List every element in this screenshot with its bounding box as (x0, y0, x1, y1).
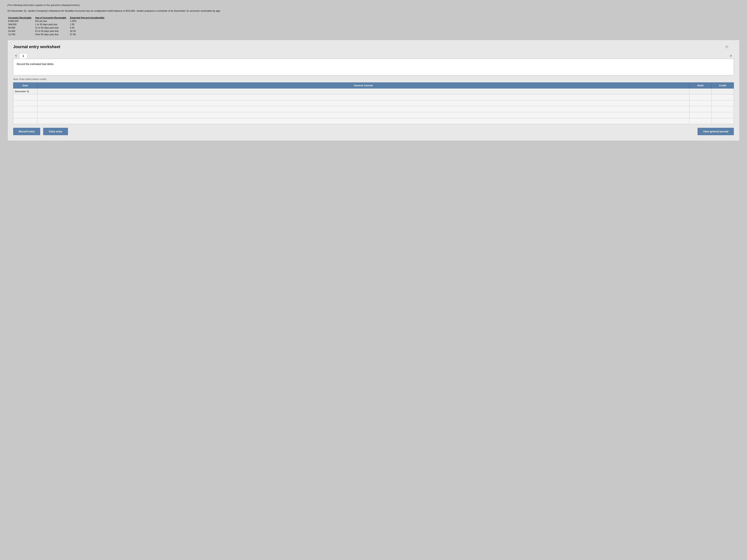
accounts-table-row: 34,400 61 to 90 days past due 32.50 (7, 29, 107, 33)
col3-header: Expected Percent Uncollectible (69, 16, 107, 20)
journal-description-cell[interactable] (37, 106, 689, 112)
journal-credit-cell[interactable] (712, 95, 734, 100)
journal-debit-cell[interactable] (689, 88, 712, 95)
accounts-percent: 1.20% (69, 20, 107, 23)
note-text: Note: Enter debits before credits. (13, 78, 734, 81)
journal-date-cell[interactable] (14, 106, 37, 112)
accounts-percent: 1.95 (69, 23, 107, 26)
journal-date-cell[interactable] (14, 100, 37, 106)
journal-description-input[interactable] (37, 88, 689, 94)
journal-debit-input[interactable] (689, 88, 712, 94)
journal-credit-cell[interactable] (712, 106, 734, 112)
accounts-age: 1 to 30 days past due (34, 23, 69, 26)
journal-date-cell[interactable] (14, 112, 37, 118)
accounts-percent: 32.50 (69, 29, 107, 33)
tab-left-arrow[interactable]: < (13, 53, 19, 59)
journal-debit-input[interactable] (689, 100, 712, 106)
tab-right-arrow[interactable]: > (728, 53, 734, 59)
accounts-table-row: 68,800 31 to 60 days past due 6.45 (7, 26, 107, 29)
journal-credit-input[interactable] (712, 112, 733, 118)
move-icon: ⊹ (725, 45, 728, 49)
journal-description-cell[interactable] (37, 100, 689, 106)
accounts-amount: 348,000 (7, 23, 34, 26)
journal-debit-cell[interactable] (689, 95, 712, 100)
journal-table: Date General Journal Debit Credit Decemb… (13, 82, 734, 124)
journal-credit-cell[interactable] (712, 88, 734, 95)
journal-description-input[interactable] (37, 112, 689, 118)
journal-date-input[interactable] (15, 107, 36, 111)
view-general-journal-button[interactable]: View general journal (698, 128, 734, 135)
journal-credit-cell[interactable] (712, 100, 734, 106)
accounts-table-row: $ 860,000 Not yet due 1.20% (7, 20, 107, 23)
accounts-amount: $ 860,000 (7, 20, 34, 23)
accounts-receivable-table: Accounts Receivable Age of Accounts Rece… (7, 16, 107, 36)
accounts-amount: 68,800 (7, 26, 34, 29)
accounts-amount: 34,400 (7, 29, 34, 33)
debit-header: Debit (689, 83, 712, 88)
journal-date-input[interactable] (15, 101, 36, 105)
journal-debit-input[interactable] (689, 95, 712, 100)
journal-table-row (14, 112, 734, 118)
col2-header: Age of Accounts Receivable (34, 16, 69, 20)
journal-description-cell[interactable] (37, 88, 689, 95)
record-entry-button[interactable]: Record entry (13, 128, 40, 135)
journal-description-cell[interactable] (37, 118, 689, 124)
journal-credit-cell[interactable] (712, 112, 734, 118)
journal-table-row (14, 100, 734, 106)
button-row: Record entry Clear entry View general jo… (13, 128, 734, 135)
description-text: On December 31, Jarden Company's Allowan… (7, 9, 740, 13)
journal-debit-cell[interactable] (689, 106, 712, 112)
credit-header: Credit (712, 83, 734, 88)
journal-description-cell[interactable] (37, 112, 689, 118)
worksheet-container: Journal entry worksheet < 1 > Record the… (7, 40, 740, 141)
date-header: Date (14, 83, 37, 88)
journal-debit-cell[interactable] (689, 112, 712, 118)
accounts-percent: 6.45 (69, 26, 107, 29)
accounts-percent: 67.00 (69, 33, 107, 36)
journal-table-row (14, 106, 734, 112)
accounts-table-row: 348,000 1 to 30 days past due 1.95 (7, 23, 107, 26)
accounts-age: Not yet due (34, 20, 69, 23)
journal-debit-input[interactable] (689, 106, 712, 112)
journal-debit-cell[interactable] (689, 118, 712, 124)
journal-credit-input[interactable] (712, 106, 733, 112)
journal-description-input[interactable] (37, 106, 689, 112)
journal-table-row (14, 118, 734, 124)
journal-credit-cell[interactable] (712, 118, 734, 124)
journal-date-cell[interactable] (14, 118, 37, 124)
journal-description-cell[interactable] (37, 95, 689, 100)
journal-credit-input[interactable] (712, 95, 733, 100)
instruction-text: Record the estimated bad debts. (17, 62, 730, 65)
journal-date-input[interactable] (15, 95, 36, 100)
accounts-age: 31 to 60 days past due (34, 26, 69, 29)
accounts-table-wrapper: Accounts Receivable Age of Accounts Rece… (7, 16, 740, 36)
accounts-age: Over 90 days past due (34, 33, 69, 36)
journal-date-input[interactable] (15, 119, 36, 123)
journal-credit-input[interactable] (712, 88, 733, 94)
journal-credit-input[interactable] (712, 118, 733, 124)
clear-entry-button[interactable]: Clear entry (43, 128, 68, 135)
accounts-amount: 13,760 (7, 33, 34, 36)
instruction-box: Record the estimated bad debts. (13, 59, 734, 75)
journal-credit-input[interactable] (712, 100, 733, 106)
journal-description-input[interactable] (37, 95, 689, 100)
journal-date-input[interactable] (15, 113, 36, 117)
tab-1[interactable]: 1 (19, 53, 28, 58)
accounts-age: 61 to 90 days past due (34, 29, 69, 33)
journal-description-input[interactable] (37, 118, 689, 124)
journal-table-row: December 31 (14, 88, 734, 95)
journal-description-input[interactable] (37, 100, 689, 106)
journal-debit-input[interactable] (689, 118, 712, 124)
intro-bracket-text: [The following information applies to th… (7, 4, 740, 6)
tab-navigation: < 1 > (13, 53, 734, 59)
journal-debit-cell[interactable] (689, 100, 712, 106)
col1-header: Accounts Receivable (7, 16, 34, 20)
journal-debit-input[interactable] (689, 112, 712, 118)
general-journal-header: General Journal (37, 83, 689, 88)
journal-date-cell[interactable] (14, 95, 37, 100)
worksheet-title: Journal entry worksheet (13, 45, 734, 49)
accounts-table-row: 13,760 Over 90 days past due 67.00 (7, 33, 107, 36)
journal-date-cell: December 31 (14, 88, 37, 95)
journal-table-row (14, 95, 734, 100)
